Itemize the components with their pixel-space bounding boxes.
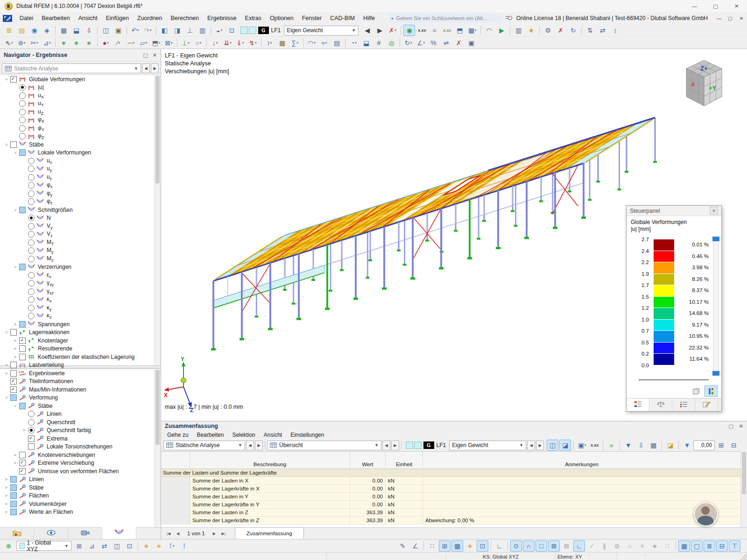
line-button[interactable]: ∕▾: [113, 37, 124, 49]
member-hinge-button[interactable]: ○▾: [192, 37, 204, 49]
panel-options-button[interactable]: [690, 385, 703, 397]
new-model-button[interactable]: ⊞: [3, 25, 15, 36]
tree-item-linien[interactable]: Linien: [0, 410, 161, 419]
radio-unselected[interactable]: [28, 280, 35, 287]
menu-optionen[interactable]: Optionen: [266, 12, 298, 24]
snap-line-button[interactable]: ∕: [586, 540, 598, 552]
checkbox-unchecked[interactable]: [28, 443, 35, 450]
tree-item-v[interactable]: Vy: [0, 222, 161, 231]
snap-circle-button[interactable]: ⊠: [548, 540, 560, 552]
tree-item-werte-an-fl-chen[interactable]: >Werte an Flächen: [0, 508, 161, 517]
tree-item-spannungen[interactable]: >Spannungen: [0, 320, 161, 329]
result-tables-button[interactable]: ▦▾: [466, 25, 478, 36]
summary-view-combobox[interactable]: Übersicht ▼: [267, 441, 381, 450]
save-model-button[interactable]: ⬓: [70, 25, 82, 36]
render-mode-button[interactable]: ◒▾: [213, 25, 225, 36]
go-to-object-button[interactable]: »: [606, 440, 617, 451]
tree-item-extrema[interactable]: Extrema: [0, 434, 161, 443]
tree-item-n[interactable]: N: [0, 214, 161, 223]
chevron-expanded-icon[interactable]: >: [4, 362, 9, 369]
previous-loadcase-button[interactable]: ◀: [361, 25, 373, 36]
legend-max-handle[interactable]: [712, 237, 719, 241]
cube-label-top[interactable]: Z+: [700, 65, 708, 72]
checkbox-checked[interactable]: [28, 435, 35, 442]
snap-tangent-button[interactable]: ○: [624, 540, 635, 552]
generate-surfaces-button[interactable]: ∗: [70, 37, 82, 49]
settings-button[interactable]: ⚙: [542, 25, 554, 36]
numbering-button[interactable]: #: [373, 37, 385, 49]
tab-filter-edit-tab[interactable]: [695, 399, 718, 411]
mirror-button[interactable]: ⇌: [440, 37, 452, 49]
tree-item-m[interactable]: My: [0, 247, 161, 255]
ortho-mode-button[interactable]: ∟: [493, 540, 505, 552]
snap-parallel-button[interactable]: ∥: [599, 540, 610, 552]
result-values-surfaces-button[interactable]: x.xx: [441, 25, 453, 36]
radio-selected[interactable]: [28, 427, 35, 434]
checkbox-checked[interactable]: [19, 460, 26, 466]
menu-berechnen[interactable]: Berechnen: [167, 12, 203, 24]
snap-corner-button[interactable]: ∟: [573, 540, 585, 552]
menubar-minimize-button[interactable]: —: [713, 14, 725, 23]
tree-item--[interactable]: φz: [0, 198, 161, 206]
menu-ansicht[interactable]: Ansicht: [74, 12, 102, 24]
last-page-button[interactable]: ▶|: [219, 529, 228, 538]
radio-unselected[interactable]: [28, 166, 35, 172]
chevron-expanded-icon[interactable]: >: [4, 76, 9, 83]
tree-item-st-be[interactable]: >Stäbe: [0, 402, 161, 410]
sync-selection-button[interactable]: ◫: [547, 440, 558, 451]
table-values-button[interactable]: x.xx: [589, 440, 600, 451]
tree-item-lokale-torsionsdrehungen[interactable]: Lokale Torsionsdrehungen: [0, 443, 161, 451]
tab-data-navigator[interactable]: [0, 528, 34, 539]
opening-button[interactable]: ⊠▾: [163, 37, 175, 49]
free-load-button[interactable]: ↯▾: [247, 37, 259, 49]
generate-model-button[interactable]: ∗: [58, 37, 70, 49]
nodal-support-button[interactable]: ⊥▾: [180, 37, 191, 49]
tree-item-u[interactable]: uX: [0, 91, 161, 100]
checkbox-checked[interactable]: [10, 378, 17, 385]
recalculate-button[interactable]: ↻: [567, 25, 579, 36]
project-navigator-button[interactable]: ◈: [41, 25, 53, 36]
next-loadcase-button[interactable]: ▶: [374, 25, 386, 36]
user-avatar[interactable]: [694, 502, 718, 526]
solid-button[interactable]: ⬒▾: [150, 37, 162, 49]
radio-unselected[interactable]: [28, 288, 35, 295]
reorder-button[interactable]: ↕: [609, 25, 621, 36]
menu-hilfe[interactable]: Hilfe: [359, 12, 379, 24]
chevron-expanded-icon[interactable]: >: [13, 402, 18, 409]
export-pdf-button[interactable]: ⇩: [83, 25, 95, 36]
chevron-collapsed-icon[interactable]: >: [21, 428, 28, 433]
renumber-button[interactable]: ↻▾: [402, 37, 414, 49]
print-graphic-button[interactable]: ▦: [58, 25, 70, 36]
tree-item-querschnitt[interactable]: Querschnitt: [0, 418, 161, 427]
checkbox-checked[interactable]: [19, 468, 26, 475]
menubar-close-button[interactable]: ✕: [736, 14, 747, 23]
checkbox-partial[interactable]: [10, 501, 17, 507]
tree-item--[interactable]: φY: [0, 124, 161, 133]
chevron-expanded-icon[interactable]: >: [4, 141, 9, 148]
summary-float-icon[interactable]: ▢: [728, 423, 733, 429]
sync-tables-button[interactable]: ◪: [559, 440, 571, 451]
table-settings-button[interactable]: ▣▾: [576, 440, 588, 451]
radio-unselected[interactable]: [28, 313, 35, 319]
menu-ergebnisse[interactable]: Ergebnisse: [203, 12, 241, 24]
pins-toggle-button[interactable]: ⊤: [729, 540, 740, 552]
measure-button[interactable]: ∠▾: [415, 37, 427, 49]
checkbox-partial[interactable]: [19, 207, 26, 213]
filter-results-button[interactable]: ✗▾: [387, 25, 398, 36]
chevron-collapsed-icon[interactable]: >: [12, 461, 19, 465]
trim-button[interactable]: ✂▾: [28, 37, 40, 49]
search-input[interactable]: ▸ Geben Sie ein Schlüsselwort ein (Alt..…: [389, 14, 502, 23]
chevron-collapsed-icon[interactable]: >: [12, 355, 19, 359]
layers-toggle-button[interactable]: ≣: [704, 540, 715, 552]
tree-item-volumenk-rper[interactable]: >Volumenkörper: [0, 500, 161, 508]
checkbox-unchecked[interactable]: [19, 345, 26, 352]
tree-item-fl-chen[interactable]: >Flächen: [0, 492, 161, 500]
radio-unselected[interactable]: [19, 125, 26, 132]
selection-window-button[interactable]: ▢: [691, 540, 703, 552]
tree-item-lastverteilung[interactable]: >Lastverteilung: [0, 361, 161, 370]
tree-item-st-be[interactable]: >Stäbe: [0, 483, 161, 492]
tree-item-lokale-verformungen[interactable]: >Lokale Verformungen: [0, 149, 161, 157]
member-load-button[interactable]: ⇊▾: [222, 37, 233, 49]
tree-item-u[interactable]: uz: [0, 173, 161, 182]
surface-button[interactable]: ▱▾: [138, 37, 149, 49]
